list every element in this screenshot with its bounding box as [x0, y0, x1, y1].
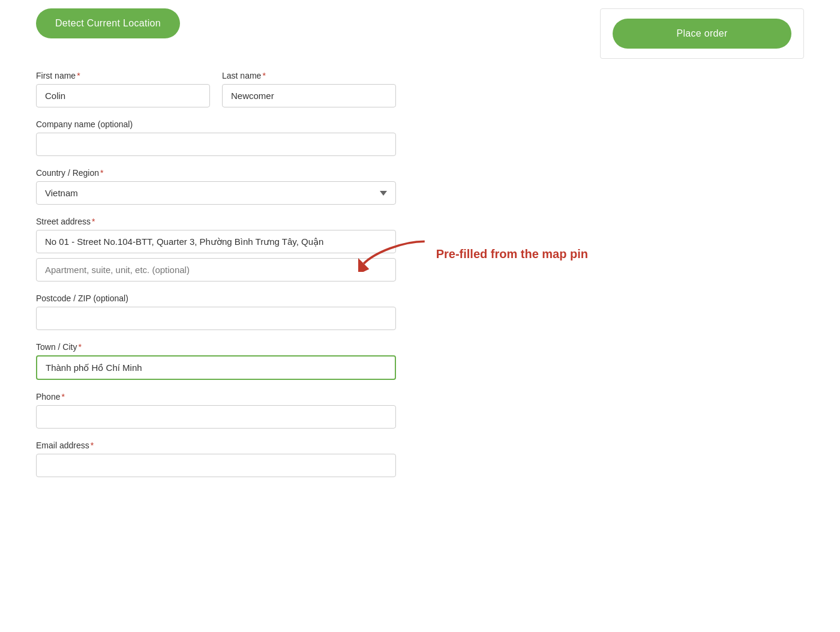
first-name-label: First name* [36, 71, 210, 80]
map-pin-annotation: Pre-filled from the map pin [358, 236, 588, 272]
street-required: * [92, 217, 95, 226]
email-group: Email address* [36, 441, 396, 477]
company-group: Company name (optional) [36, 119, 396, 156]
first-name-required: * [77, 71, 80, 80]
detect-location-button[interactable]: Detect Current Location [36, 8, 180, 38]
place-order-panel: Place order [600, 8, 804, 59]
annotation-text: Pre-filled from the map pin [436, 247, 588, 261]
email-input[interactable] [36, 454, 396, 477]
city-input[interactable] [36, 355, 396, 380]
top-area: Detect Current Location Place order [0, 0, 840, 71]
postcode-input[interactable] [36, 307, 396, 330]
street-wrapper: Pre-filled from the map pin [36, 230, 396, 253]
street-input[interactable] [36, 230, 396, 253]
phone-label: Phone* [36, 392, 396, 402]
first-name-input[interactable] [36, 84, 210, 107]
last-name-group: Last name* [222, 71, 396, 107]
country-label: Country / Region* [36, 168, 396, 178]
country-group: Country / Region* Vietnam United States … [36, 168, 396, 205]
country-select[interactable]: Vietnam United States United Kingdom Aus… [36, 181, 396, 205]
company-label: Company name (optional) [36, 119, 396, 129]
country-required: * [100, 168, 103, 178]
checkout-form: First name* Last name* Company name (opt… [0, 71, 840, 513]
street-group: Street address* Pre-filled from the map [36, 217, 396, 281]
email-required: * [91, 441, 94, 450]
last-name-required: * [262, 71, 265, 80]
street-label: Street address* [36, 217, 396, 226]
phone-input[interactable] [36, 405, 396, 429]
phone-required: * [61, 392, 64, 402]
name-row: First name* Last name* [36, 71, 396, 107]
last-name-label: Last name* [222, 71, 396, 80]
phone-group: Phone* [36, 392, 396, 429]
first-name-group: First name* [36, 71, 210, 107]
company-input[interactable] [36, 133, 396, 156]
city-group: Town / City* [36, 342, 396, 380]
last-name-input[interactable] [222, 84, 396, 107]
postcode-group: Postcode / ZIP (optional) [36, 293, 396, 330]
postcode-label: Postcode / ZIP (optional) [36, 293, 396, 303]
apartment-input[interactable] [36, 258, 396, 281]
city-required: * [78, 342, 81, 352]
email-label: Email address* [36, 441, 396, 450]
city-label: Town / City* [36, 342, 396, 352]
page-container: Detect Current Location Place order Firs… [0, 0, 840, 632]
arrow-icon [358, 236, 430, 272]
place-order-button[interactable]: Place order [613, 19, 791, 49]
